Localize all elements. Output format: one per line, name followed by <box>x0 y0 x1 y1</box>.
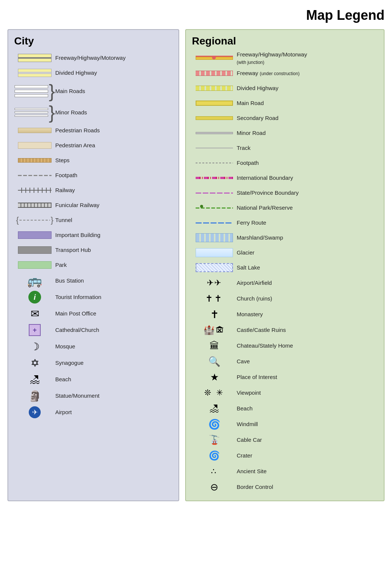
cathedral-label: Cathedral/Church <box>55 326 99 334</box>
reg-glacier-label: Glacier <box>237 249 255 256</box>
reg-divided-icon <box>196 86 233 91</box>
imp-building-label: Important Building <box>55 231 100 239</box>
list-item: Transport Hub <box>14 243 172 257</box>
park-label: Park <box>55 261 67 269</box>
reg-cablecar-symbol: 🚡 <box>192 435 237 445</box>
reg-viewpoint-icon: ❊ ✳ <box>204 388 224 398</box>
tourist-info-icon: i <box>28 291 41 304</box>
list-item: Pedestrian Area <box>14 138 172 153</box>
reg-natpark-symbol <box>192 205 237 211</box>
list-item: 🚡 Cable Car <box>192 432 378 447</box>
reg-divided-label: Divided Highway <box>237 84 279 92</box>
synagogue-label: Synagogue <box>55 359 84 367</box>
reg-track-label: Track <box>237 144 251 152</box>
reg-castle-label: Castle/Castle Ruins <box>237 326 286 334</box>
reg-freeway-uc-icon <box>196 71 233 76</box>
list-item: Freeway/Highway/Motorway(with junction) <box>192 51 378 65</box>
reg-church-icon: ✝✝ <box>205 293 223 304</box>
freeway-icon <box>18 54 52 62</box>
footpath-symbol <box>14 175 55 176</box>
ped-area-icon <box>18 142 52 149</box>
ped-roads-icon <box>18 128 52 133</box>
list-item: Track <box>192 141 378 155</box>
divided-symbol <box>14 69 55 77</box>
list-item: 🔍 Cave <box>192 354 378 369</box>
reg-border-label: Border Control <box>237 483 273 491</box>
list-item: Salt Lake <box>192 261 378 275</box>
reg-poi-label: Place of Interest <box>237 373 277 381</box>
list-item: Steps <box>14 153 172 167</box>
reg-cablecar-label: Cable Car <box>237 436 262 444</box>
reg-footpath-label: Footpath <box>237 159 259 167</box>
reg-glacier-icon <box>196 248 233 257</box>
ped-area-symbol <box>14 142 55 149</box>
airport-city-symbol: ✈ <box>14 406 55 418</box>
main-roads-symbol: } <box>14 82 55 101</box>
bus-station-symbol: 🚌 <box>14 274 55 288</box>
reg-freeway-j-label: Freeway/Highway/Motorway(with junction) <box>237 51 307 65</box>
reg-ferry-symbol <box>192 222 237 224</box>
reg-cave-symbol: 🔍 <box>192 356 237 367</box>
synagogue-symbol: ✡ <box>14 357 55 369</box>
divided-icon <box>18 69 52 77</box>
list-item: ✈ Airport <box>14 404 172 420</box>
minor-roads-symbol: } <box>14 103 55 122</box>
reg-freeway-uc-symbol <box>192 71 237 76</box>
minor-brace-icon: } <box>49 103 55 122</box>
reg-marsh-icon <box>196 233 233 242</box>
mosque-icon: ☽ <box>30 341 40 353</box>
list-item: Ferry Route <box>192 216 378 230</box>
reg-state-icon <box>196 192 233 194</box>
list-item: 🏛 Chateau/Stately Home <box>192 338 378 353</box>
regional-panel: Regional Freeway/Highway/Motorway(with j… <box>185 29 385 501</box>
reg-main-symbol <box>192 101 237 106</box>
reg-viewpoint-symbol: ❊ ✳ <box>192 388 237 398</box>
list-item: Footpath <box>14 168 172 182</box>
list-item: Glacier <box>192 246 378 260</box>
list-item: 🚌 Bus Station <box>14 273 172 289</box>
beach-city-icon: 🏖 <box>29 373 40 386</box>
mosque-label: Mosque <box>55 343 75 350</box>
post-office-icon: ✉ <box>31 308 39 320</box>
reg-marsh-label: Marshland/Swamp <box>237 234 283 241</box>
brace-icon: } <box>49 82 55 101</box>
list-item: State/Province Boundary <box>192 186 378 200</box>
reg-ancient-icon: ∴ <box>211 466 218 476</box>
reg-freeway-j-symbol <box>192 55 237 62</box>
monument-icon: 🗿 <box>28 390 41 402</box>
reg-secondary-icon <box>196 116 233 120</box>
city-title: City <box>14 35 172 47</box>
ped-roads-label: Pedestrian Roads <box>55 127 100 134</box>
beach-city-symbol: 🏖 <box>14 373 55 386</box>
reg-poi-symbol: ★ <box>192 372 237 383</box>
city-panel: City Freeway/Highway/Motorway Divided Hi… <box>7 29 179 501</box>
reg-divided-symbol <box>192 86 237 91</box>
list-item: 🏖 Beach <box>14 372 172 387</box>
list-item: ✝✝ Church (ruins) <box>192 291 378 306</box>
funicular-label: Funicular Railway <box>55 201 99 209</box>
reg-ancient-label: Ancient Site <box>237 468 267 475</box>
list-item: ✝ Monastery <box>192 307 378 322</box>
reg-chateau-icon: 🏛 <box>209 340 219 352</box>
freeway-label: Freeway/Highway/Motorway <box>55 54 125 62</box>
reg-border-icon: ⊖ <box>210 481 218 493</box>
reg-airport-icon: ✈✈ <box>207 278 222 288</box>
reg-intl-symbol <box>192 177 237 179</box>
reg-glacier-symbol <box>192 248 237 257</box>
list-item: ✡ Synagogue <box>14 355 172 371</box>
park-icon <box>18 261 52 269</box>
post-office-symbol: ✉ <box>14 308 55 320</box>
transport-hub-symbol <box>14 246 55 254</box>
reg-secondary-label: Secondary Road <box>237 114 279 122</box>
imp-building-icon <box>18 231 52 239</box>
reg-monastery-label: Monastery <box>237 311 263 318</box>
reg-chateau-label: Chateau/Stately Home <box>237 342 293 349</box>
list-item: } Main Roads <box>14 81 172 101</box>
reg-minor-symbol <box>192 132 237 134</box>
reg-state-symbol <box>192 192 237 194</box>
bus-station-icon: 🚌 <box>27 274 42 288</box>
minor-roads-icon <box>15 108 48 117</box>
list-item: ∴ Ancient Site <box>192 464 378 479</box>
reg-poi-icon: ★ <box>210 372 219 383</box>
divided-label: Divided Highway <box>55 69 97 77</box>
